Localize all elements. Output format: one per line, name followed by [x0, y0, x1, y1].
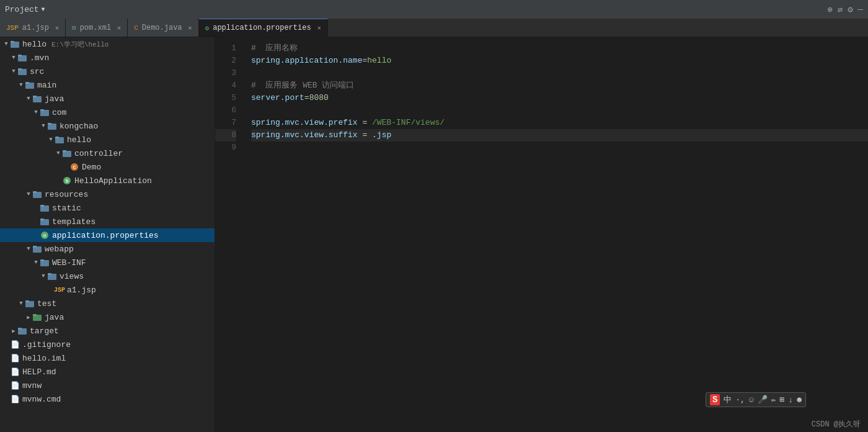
tree-item-java[interactable]: java: [0, 92, 215, 106]
tree-item-hello-root[interactable]: hello E:\学习吧\hello: [0, 37, 215, 51]
ime-punct[interactable]: ·,: [735, 395, 745, 405]
ime-chinese[interactable]: 中: [724, 394, 732, 405]
tree-item-com[interactable]: com: [0, 106, 215, 119]
tree-item-controller[interactable]: controller: [0, 146, 215, 160]
svg-rect-33: [40, 259, 44, 261]
project-arrow[interactable]: ▼: [42, 6, 45, 13]
sync-icon[interactable]: ⇄: [838, 4, 843, 15]
code-line-7: spring.mvc.view.prefix = /WEB-INF/views/: [251, 117, 868, 129]
tab-appprops[interactable]: ⚙ application.properties ✕: [199, 19, 328, 37]
arrow-views: [40, 272, 47, 280]
code-line-5: server.port=8080: [251, 92, 868, 104]
svg-rect-39: [33, 314, 37, 316]
tree-item-views[interactable]: views: [0, 269, 215, 283]
close-tab-a1jsp[interactable]: ✕: [55, 24, 59, 32]
tree-item-src[interactable]: src: [0, 65, 215, 78]
tab-label-appprops: application.properties: [213, 24, 311, 32]
tree-item-demo[interactable]: C Demo: [0, 160, 215, 174]
tree-item-static[interactable]: static: [0, 201, 215, 215]
tree-item-a1jsp[interactable]: JSP a1.jsp: [0, 283, 215, 297]
ime-pen[interactable]: ✏: [771, 395, 776, 405]
tree-item-main[interactable]: main: [0, 78, 215, 92]
tree-item-test[interactable]: test: [0, 297, 215, 310]
tree-item-helloapp[interactable]: S HelloApplication: [0, 174, 215, 187]
svg-rect-25: [40, 205, 44, 207]
svg-rect-23: [33, 191, 37, 193]
tree-item-target[interactable]: target: [0, 324, 215, 338]
close-tab-pomxml[interactable]: ✕: [117, 24, 121, 32]
label-helloiml: hello.iml: [22, 354, 66, 363]
tree-item-appprops[interactable]: ⚙ application.properties: [0, 228, 215, 242]
iml-icon: 📄: [10, 353, 20, 363]
prop-icon: ⚙: [205, 24, 210, 32]
close-tab-demojava[interactable]: ✕: [188, 24, 192, 32]
ime-voice[interactable]: 🎤: [758, 395, 768, 405]
svg-text:⚙: ⚙: [43, 233, 46, 238]
tab-demojava[interactable]: C Demo.java ✕: [128, 19, 198, 37]
tab-pomxml[interactable]: m pom.xml ✕: [66, 19, 128, 37]
folder-icon-webinf: [40, 258, 50, 268]
code-line-9: [251, 142, 868, 154]
code-token: spring.application.name: [251, 55, 362, 67]
line-num-6: 6: [215, 104, 236, 117]
arrow-java: [25, 95, 32, 102]
label-helloapp: HelloApplication: [74, 176, 152, 186]
svg-text:C: C: [73, 164, 76, 170]
tree-item-mvnwcmd[interactable]: 📄 mvnw.cmd: [0, 392, 215, 406]
ime-face[interactable]: ☻: [797, 395, 802, 405]
ime-down[interactable]: ↓: [788, 395, 793, 405]
tree-item-templates[interactable]: templates: [0, 215, 215, 228]
project-label: Project: [5, 5, 39, 14]
folder-icon-webapp: [32, 244, 42, 254]
tree-item-helpmd[interactable]: 📄 HELP.md: [0, 365, 215, 379]
folder-icon-target: [17, 326, 27, 336]
ime-toolbar: S 中 ·, ☺ 🎤 ✏ ⊞ ↓ ☻: [706, 392, 806, 407]
close-tab-appprops[interactable]: ✕: [317, 24, 321, 32]
folder-icon-test-java: [32, 312, 42, 322]
tree-item-webapp[interactable]: webapp: [0, 242, 215, 256]
editor-content: 1 2 3 4 5 6 7 8 9 # 应用名称 spring.applicat…: [215, 37, 868, 159]
svg-rect-3: [18, 55, 22, 56]
ime-grid[interactable]: ⊞: [780, 395, 785, 405]
folder-icon-java: [32, 94, 42, 104]
svg-rect-17: [63, 150, 66, 152]
svg-text:S: S: [66, 178, 69, 184]
label-webinf: WEB-INF: [52, 258, 86, 268]
tree-item-kongchao[interactable]: kongchao: [0, 119, 215, 133]
tree-item-mvnw[interactable]: 📄 mvnw: [0, 379, 215, 392]
label-resources: resources: [45, 190, 88, 199]
tree-item-resources[interactable]: resources: [0, 187, 215, 201]
label-gitignore: .gitignore: [22, 340, 71, 349]
minimize-icon[interactable]: —: [858, 4, 863, 15]
label-templates: templates: [52, 217, 95, 227]
title-bar-icons: ⊕ ⇄ ⚙ —: [827, 4, 863, 15]
label-main: main: [37, 81, 56, 90]
code-token: =: [358, 117, 372, 129]
editor-area[interactable]: 1 2 3 4 5 6 7 8 9 # 应用名称 spring.applicat…: [215, 37, 868, 432]
label-mvnwcmd: mvnw.cmd: [22, 395, 61, 404]
tree-item-hello-pkg[interactable]: hello: [0, 133, 215, 146]
code-token: hello: [367, 55, 391, 67]
label-java: java: [45, 94, 64, 104]
tree-item-webinf[interactable]: WEB-INF: [0, 256, 215, 269]
arrow-webapp: [25, 245, 32, 253]
tab-bar: JSP a1.jsp ✕ m pom.xml ✕ C Demo.java ✕ ⚙…: [0, 19, 868, 37]
code-token: # 应用名称: [251, 42, 298, 55]
main-layout: hello E:\学习吧\hello .mvn src main: [0, 37, 868, 432]
arrow-kongchao: [40, 122, 47, 130]
tree-item-test-java[interactable]: java: [0, 310, 215, 324]
tree-item-mvn[interactable]: .mvn: [0, 51, 215, 65]
label-controller: controller: [74, 149, 123, 158]
label-mvn: .mvn: [30, 53, 49, 63]
add-content-icon[interactable]: ⊕: [827, 4, 832, 15]
ime-emoji[interactable]: ☺: [749, 395, 754, 405]
arrow-resources: [25, 191, 32, 198]
code-line-6: [251, 104, 868, 117]
tab-a1jsp[interactable]: JSP a1.jsp ✕: [0, 19, 66, 37]
tree-item-gitignore[interactable]: 📄 .gitignore: [0, 338, 215, 351]
tab-label-demojava: Demo.java: [142, 24, 182, 32]
tree-item-helloiml[interactable]: 📄 hello.iml: [0, 351, 215, 365]
code-token: 8080: [309, 92, 329, 104]
line-numbers: 1 2 3 4 5 6 7 8 9: [215, 37, 246, 159]
settings-icon[interactable]: ⚙: [848, 4, 852, 15]
